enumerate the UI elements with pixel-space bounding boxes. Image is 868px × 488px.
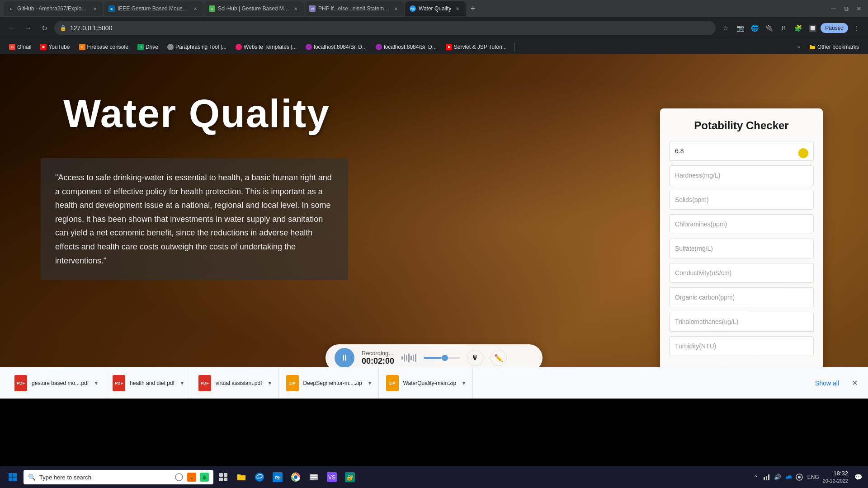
tab-close-scihub[interactable]: ✕ (292, 5, 299, 12)
wave-bar-5 (410, 356, 412, 360)
bookmark-gmail-label: Gmail (17, 44, 31, 50)
ph-input[interactable] (669, 141, 814, 161)
tray-arrow[interactable]: ^ (751, 473, 760, 482)
recording-time: 00:02:00 (362, 357, 394, 366)
bookmark-firebase[interactable]: F Firebase console (75, 42, 132, 52)
new-tab-button[interactable]: + (467, 2, 479, 15)
svg-text:🌲: 🌲 (202, 474, 208, 480)
tab-close-php[interactable]: ✕ (392, 5, 400, 12)
conductivity-input[interactable] (669, 263, 814, 283)
bookmarks-bar: G Gmail YouTube F Firebase console D Dri… (0, 39, 868, 54)
taskbar-search[interactable]: 🔍 Type here to search 🎃 🌲 (24, 470, 213, 484)
download-item-2[interactable]: PDF health and diet.pdf ▾ (105, 367, 191, 399)
bookmark-gmail[interactable]: G Gmail (5, 42, 35, 52)
visual-studio-button[interactable]: VS (324, 469, 340, 485)
file-explorer-button[interactable] (233, 469, 250, 485)
close-downloads-bar-button[interactable]: ✕ (848, 377, 861, 389)
tab-waterquality[interactable]: WQ Water Quality ✕ (405, 1, 466, 16)
extension4-button[interactable]: 🔲 (806, 22, 819, 34)
extension2-button[interactable]: B (777, 22, 790, 34)
chrome-icon (291, 472, 301, 482)
address-bar-input[interactable]: 🔒 127.0.0.1:5000 (54, 21, 716, 35)
bookmark-page-button[interactable]: ☆ (719, 22, 732, 34)
taskbar-icon2: 🌲 (200, 473, 209, 482)
address-actions: ☆ 📷 🌐 🔌 B 🧩 🔲 Paused ⋮ (719, 22, 863, 34)
page-title: Water Quality (63, 90, 330, 136)
bookmark-templates[interactable]: Website Templates |... (232, 42, 300, 52)
sulfate-input[interactable] (669, 239, 814, 258)
bookmark-other[interactable]: Other bookmarks (806, 42, 863, 52)
svg-rect-24 (9, 473, 13, 477)
tab-ieee[interactable]: IE IEEE Gesture Based Mouse Contr... ✕ (104, 1, 203, 16)
minimize-button[interactable]: ─ (828, 3, 839, 14)
tab-close-ieee[interactable]: ✕ (192, 5, 199, 12)
microphone-button[interactable]: 🎙 (467, 350, 483, 366)
translate-button[interactable]: 🌐 (748, 22, 761, 34)
tab-github[interactable]: G GitHub - Amshra267/Explora... ✕ (4, 1, 103, 16)
network-icon[interactable] (762, 473, 771, 482)
bookmark-localhost1[interactable]: localhost:8084/Bi_D... (302, 42, 370, 52)
menu-button[interactable]: ⋮ (850, 22, 863, 34)
onedrive-icon[interactable] (784, 473, 793, 482)
profile-button[interactable]: Paused (821, 23, 848, 33)
show-all-downloads-button[interactable]: Show all (808, 367, 846, 399)
tab-scihub[interactable]: S Sci-Hub | Gesture Based Mo... ✕ (204, 1, 304, 16)
download-item-3[interactable]: PDF virtual assistant.pdf ▾ (191, 367, 279, 399)
extension1-button[interactable]: 🔌 (763, 22, 775, 34)
tab-close-waterquality[interactable]: ✕ (454, 5, 461, 12)
volume-icon[interactable]: 🔊 (773, 473, 782, 482)
maximize-button[interactable]: ⧉ (841, 3, 852, 14)
turbidity-input[interactable] (669, 336, 814, 356)
task-view-button[interactable] (215, 469, 231, 485)
bookmark-youtube[interactable]: YouTube (37, 42, 73, 52)
security-button[interactable]: 🔐 (342, 469, 358, 485)
svg-rect-25 (13, 473, 17, 477)
download-item-4[interactable]: ZIP DeepSegmentor-m....zip ▾ (279, 367, 379, 399)
notification-button[interactable]: 💬 (852, 471, 864, 483)
back-button[interactable]: ← (5, 22, 18, 34)
file-manager-button[interactable] (306, 469, 322, 485)
download-chevron-5: ▾ (462, 380, 465, 386)
chloramines-input[interactable] (669, 214, 814, 234)
organic-carbon-input[interactable] (669, 287, 814, 307)
bookmark-servlet[interactable]: Servlet & JSP Tutori... (442, 42, 510, 52)
edit-recording-button[interactable]: ✏️ (491, 350, 507, 366)
antivirus-icon[interactable] (795, 473, 804, 482)
tab-php[interactable]: W PHP if...else...elseif Statemen... ✕ (305, 1, 404, 16)
more-bookmarks-button[interactable]: » (793, 42, 804, 52)
pause-icon: ⏸ (340, 353, 349, 363)
svg-point-41 (294, 475, 297, 479)
localhost1-icon (306, 44, 312, 50)
svg-text:W: W (311, 7, 314, 10)
edge-browser-button[interactable] (251, 469, 268, 485)
download-chevron-4: ▾ (368, 380, 371, 386)
screenshot-button[interactable]: 📷 (734, 22, 746, 34)
hardness-input[interactable] (669, 165, 814, 185)
pause-recording-button[interactable]: ⏸ (335, 348, 354, 368)
svg-text:S: S (211, 7, 213, 10)
pdf-icon-2: PDF (113, 375, 125, 391)
trihalomethanes-input[interactable] (669, 312, 814, 332)
close-window-button[interactable]: ✕ (854, 3, 864, 14)
tab-title-ieee: IEEE Gesture Based Mouse Contr... (118, 5, 189, 12)
download-item-1[interactable]: PDF gesture based mo....pdf ▾ (7, 367, 105, 399)
microsoft-store-button[interactable]: 🛍 (269, 469, 286, 485)
quote-text: "Access to safe drinking-water is essent… (55, 171, 334, 267)
download-item-5[interactable]: ZIP WaterQuality-main.zip ▾ (379, 367, 473, 399)
bookmark-paraphrasing[interactable]: Paraphrasing Tool |... (164, 42, 230, 52)
svg-rect-44 (311, 477, 317, 478)
chrome-taskbar-button[interactable] (288, 469, 304, 485)
volume-control[interactable] (424, 357, 460, 359)
start-button[interactable] (4, 468, 22, 486)
svg-rect-50 (764, 477, 765, 480)
refresh-button[interactable]: ↻ (38, 22, 51, 34)
bookmark-drive[interactable]: D Drive (134, 42, 162, 52)
bookmark-localhost2[interactable]: localhost:8084/Bi_D... (372, 42, 440, 52)
solids-input[interactable] (669, 190, 814, 210)
forward-button[interactable]: → (22, 22, 34, 34)
volume-track[interactable] (424, 357, 460, 359)
system-clock[interactable]: 18:32 20-12-2022 (823, 469, 848, 485)
tab-close-github[interactable]: ✕ (91, 5, 99, 12)
extension3-button[interactable]: 🧩 (792, 22, 804, 34)
svg-text:IE: IE (110, 8, 113, 10)
